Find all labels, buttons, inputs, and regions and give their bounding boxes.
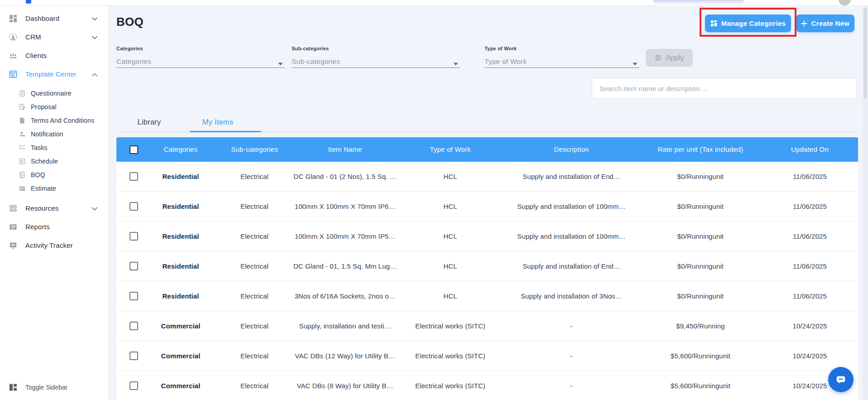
column-header-rate-per-unit: Rate per unit (Tax included) — [639, 145, 762, 154]
sidebar-item-reports[interactable]: Reports — [0, 217, 108, 236]
row-checkbox[interactable] — [129, 232, 138, 241]
avatar[interactable] — [839, 0, 851, 5]
sub-categories-select[interactable]: Sub-categories — [292, 55, 460, 68]
cell-description: - — [504, 322, 639, 330]
dropdown-arrow-icon — [453, 59, 458, 67]
cell-rate-per-unit: $5,600/Runningunit — [639, 352, 762, 360]
table-row[interactable]: Residential Electrical 3Nos of 6/16A Soc… — [116, 281, 858, 311]
categories-filter: Categories Categories — [116, 46, 285, 68]
table-row[interactable]: Commercial Electrical Supply, installati… — [116, 311, 858, 341]
topbar-button-fragment — [653, 0, 744, 5]
chevron-down-icon — [92, 33, 97, 41]
row-checkbox[interactable] — [129, 292, 138, 300]
sidebar-item-crm[interactable]: CRM — [0, 28, 108, 46]
cell-updated-on: 10/24/2025 — [762, 352, 858, 360]
cell-rate-per-unit: $0/Runningunit — [639, 262, 762, 270]
type-of-work-select-value: Type of Work — [484, 58, 527, 66]
row-checkbox[interactable] — [129, 352, 138, 360]
sidebar-item-label: Tasks — [31, 144, 48, 151]
sub-categories-select-value: Sub-categories — [292, 58, 340, 66]
type-of-work-filter: Type of Work Type of Work — [484, 46, 639, 68]
cell-rate-per-unit: $0/Runningunit — [639, 173, 762, 181]
table-row[interactable]: Residential Electrical 100mm X 100mm X 7… — [116, 192, 858, 222]
cell-item-name: 100mm X 100mm X 70mm IP5… — [293, 232, 397, 241]
search-input[interactable] — [592, 78, 857, 99]
sidebar-item-label: Dashboard — [25, 14, 59, 22]
sidebar-item-terms-and-conditions[interactable]: Terms And Conditions — [0, 114, 108, 127]
table-body: Residential Electrical DC Gland - 01 (2 … — [116, 162, 858, 400]
table-header: Categories Sub-categories Item Name Type… — [116, 137, 858, 162]
scrollbar-thumb[interactable] — [863, 8, 867, 98]
cell-rate-per-unit: $0/Runningunit — [639, 292, 762, 300]
table-row[interactable]: Residential Electrical DC Gland - 01, 1.… — [116, 251, 858, 281]
chat-fab-button[interactable] — [828, 367, 854, 392]
sidebar-item-activity-tracker[interactable]: Activity Tracker — [0, 236, 108, 255]
apply-label: Apply — [666, 54, 684, 62]
toggle-sidebar-button[interactable]: Toggle Sidebar — [0, 380, 109, 395]
cell-updated-on: 11/06/2025 — [762, 262, 858, 270]
questionnaire-icon — [19, 90, 26, 97]
sidebar-item-proposal[interactable]: Proposal — [0, 100, 108, 114]
table-row[interactable]: Commercial Electrical VAC DBs (8 Way) fo… — [116, 371, 858, 400]
activity-tracker-icon — [9, 241, 18, 250]
proposal-icon — [19, 103, 26, 111]
sidebar-item-dashboard[interactable]: Dashboard — [0, 9, 108, 28]
items-table: Categories Sub-categories Item Name Type… — [116, 137, 858, 400]
table-row[interactable]: Residential Electrical DC Gland - 01 (2 … — [116, 162, 858, 192]
sidebar-item-clients[interactable]: Clients — [0, 46, 108, 65]
manage-categories-label: Manage Categories — [721, 19, 786, 27]
cell-item-name: VAC DBs (8 Way) for Utility B… — [293, 382, 397, 390]
manage-categories-button[interactable]: Manage Categories — [705, 14, 791, 32]
cell-rate-per-unit: $0/Runningunit — [639, 232, 762, 241]
tab-library[interactable]: Library — [116, 113, 182, 131]
row-checkbox[interactable] — [129, 322, 138, 330]
sidebar-item-tasks[interactable]: Tasks — [0, 141, 108, 154]
cell-sub-categories: Electrical — [216, 262, 293, 270]
top-navbar — [0, 0, 868, 6]
chevron-down-icon — [92, 204, 97, 212]
cell-updated-on: 11/06/2025 — [762, 292, 858, 300]
row-checkbox[interactable] — [129, 381, 138, 390]
sidebar-item-label: Questionnaire — [31, 90, 72, 97]
row-checkbox[interactable] — [129, 262, 138, 270]
cell-categories: Commercial — [145, 382, 216, 390]
crm-icon — [9, 33, 18, 42]
sidebar: Dashboard CRM Clients Template Center — [0, 6, 109, 400]
type-of-work-select[interactable]: Type of Work — [484, 55, 639, 68]
cell-type-of-work: HCL — [397, 173, 504, 181]
cell-rate-per-unit: $9,450/Running — [639, 322, 762, 330]
sidebar-item-schedule[interactable]: Schedule — [0, 154, 108, 168]
reports-icon — [9, 222, 18, 231]
tab-my-items[interactable]: My Items — [182, 113, 254, 131]
apply-button[interactable]: Apply — [646, 49, 693, 67]
sidebar-item-label: Activity Tracker — [25, 241, 73, 249]
cell-type-of-work: HCL — [397, 262, 504, 270]
sidebar-item-notification[interactable]: Notification — [0, 127, 108, 141]
cell-item-name: 3Nos of 6/16A Sockets, 2nos o… — [293, 292, 397, 300]
sidebar-item-boq[interactable]: § BOQ — [0, 168, 108, 182]
toggle-sidebar-icon — [9, 383, 18, 392]
sidebar-item-questionnaire[interactable]: Questionnaire — [0, 87, 108, 100]
table-row[interactable]: Commercial Electrical VAC DBs (12 Way) f… — [116, 341, 858, 371]
sidebar-item-resources[interactable]: Resources — [0, 199, 108, 217]
sidebar-item-template-center[interactable]: Template Center — [0, 65, 108, 83]
app-window: Dashboard CRM Clients Template Center — [0, 0, 868, 400]
select-all-checkbox[interactable] — [129, 145, 138, 154]
row-checkbox[interactable] — [129, 202, 138, 211]
cell-type-of-work: HCL — [397, 202, 504, 211]
create-new-button[interactable]: Create New — [796, 14, 854, 32]
clients-icon — [9, 51, 18, 60]
categories-select[interactable]: Categories — [116, 55, 285, 68]
cell-item-name: DC Gland - 01, 1.5 Sq. Mm Lug… — [293, 262, 397, 270]
sidebar-item-estimate[interactable]: Estimate — [0, 182, 108, 195]
row-checkbox[interactable] — [129, 172, 138, 181]
plus-icon — [801, 20, 807, 27]
tab-bar: Library My Items — [116, 113, 254, 131]
cell-sub-categories: Electrical — [216, 382, 293, 390]
svg-text:§: § — [22, 173, 24, 177]
cell-categories: Residential — [145, 292, 216, 300]
sidebar-item-label: Schedule — [31, 158, 58, 165]
cell-updated-on: 11/06/2025 — [762, 173, 858, 181]
table-row[interactable]: Residential Electrical 100mm X 100mm X 7… — [116, 222, 858, 251]
active-tab-underline — [190, 131, 261, 132]
